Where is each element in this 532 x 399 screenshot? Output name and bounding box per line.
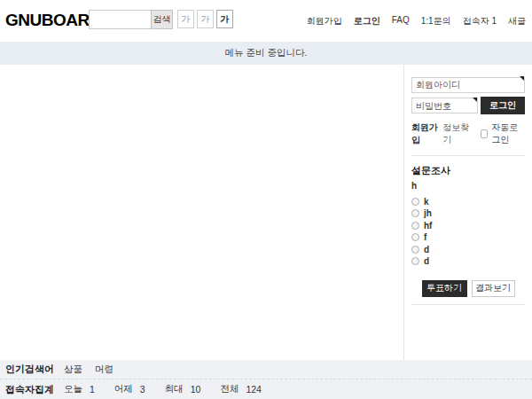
poll-option: d: [411, 255, 525, 268]
menu-faq[interactable]: FAQ: [392, 15, 410, 27]
header: GNUBOARD5 검색 가 가 가 회원가입 로그인 FAQ 1:1문의 접속…: [0, 0, 532, 42]
poll-option: f: [411, 231, 525, 244]
radio-button[interactable]: [411, 233, 419, 241]
sidebar: 로그인 회원가입 정보찾기 자동로그인 설문조사 h k: [403, 65, 532, 360]
poll-option-label[interactable]: d: [424, 256, 429, 266]
main-content: 로그인 회원가입 정보찾기 자동로그인 설문조사 h k: [0, 65, 532, 360]
poll-title: 설문조사: [411, 164, 525, 177]
search-box: 검색: [89, 10, 173, 29]
stat-label-total: 전체: [220, 383, 239, 395]
footer: 인기검색어 상품 머령 접속자집계 오늘 1 어제 3 최대 10 전체 124: [0, 360, 532, 399]
poll-option-label[interactable]: jh: [424, 208, 432, 218]
poll-option: jh: [411, 207, 525, 220]
radio-button[interactable]: [411, 257, 419, 265]
member-id-input[interactable]: [411, 77, 525, 93]
poll-option-label[interactable]: d: [424, 245, 429, 254]
poll-option-label[interactable]: hf: [424, 221, 432, 231]
stat-label-yesterday: 어제: [114, 383, 133, 395]
poll-box: 설문조사 h k jh hf: [411, 156, 525, 305]
stat-label-max: 최대: [165, 383, 184, 395]
radio-button[interactable]: [411, 209, 419, 217]
login-links: 회원가입 정보찾기 자동로그인: [411, 121, 525, 146]
poll-option-label[interactable]: f: [424, 232, 426, 242]
find-info-link[interactable]: 정보찾기: [442, 121, 469, 146]
poll-option: d: [411, 244, 525, 256]
menu-new-posts[interactable]: 새글: [508, 15, 526, 27]
search-input[interactable]: [89, 10, 151, 29]
poll-question: h: [411, 181, 525, 191]
page: GNUBOARD5 검색 가 가 가 회원가입 로그인 FAQ 1:1문의 접속…: [0, 0, 532, 399]
visitor-stats-title: 접속자집계: [5, 383, 64, 396]
poll-options: k jh hf f d: [411, 196, 525, 268]
menu-login[interactable]: 로그인: [354, 15, 380, 27]
top-menu: 회원가입 로그인 FAQ 1:1문의 접속자 1 새글: [307, 15, 526, 27]
poll-option: hf: [411, 220, 525, 232]
stat-value-yesterday: 3: [140, 384, 145, 395]
stat-value-max: 10: [191, 384, 201, 395]
vote-button[interactable]: 투표하기: [422, 280, 467, 297]
radio-button[interactable]: [411, 246, 419, 254]
password-input[interactable]: [411, 98, 478, 113]
stat-value-total: 124: [246, 384, 262, 395]
password-wrap: [411, 97, 478, 114]
auto-login-checkbox[interactable]: [481, 129, 488, 138]
login-box: 로그인 회원가입 정보찾기 자동로그인: [411, 75, 525, 156]
menu-qna[interactable]: 1:1문의: [421, 15, 451, 27]
notice-text: 메뉴 준비 중입니다.: [225, 47, 308, 59]
radio-button[interactable]: [411, 198, 419, 206]
stat-value-today: 1: [90, 384, 95, 395]
poll-option-label[interactable]: k: [424, 197, 429, 207]
input-corner-decoration: [473, 98, 477, 102]
poll-result-button[interactable]: 결과보기: [472, 280, 515, 297]
password-row: 로그인: [411, 97, 525, 114]
popular-keywords-row: 인기검색어 상품 머령: [0, 360, 532, 379]
popular-keywords-title: 인기검색어: [5, 363, 64, 376]
stat-label-today: 오늘: [64, 383, 82, 395]
member-id-wrap: [411, 75, 525, 93]
font-size-small-button[interactable]: 가: [177, 10, 194, 28]
font-size-medium-button[interactable]: 가: [197, 10, 214, 28]
visitor-stats-row: 접속자집계 오늘 1 어제 3 최대 10 전체 124: [0, 379, 532, 399]
poll-buttons: 투표하기 결과보기: [411, 280, 525, 297]
menu-register[interactable]: 회원가입: [307, 15, 342, 27]
font-size-large-button[interactable]: 가: [216, 10, 233, 28]
font-size-buttons: 가 가 가: [177, 10, 233, 28]
search-button[interactable]: 검색: [151, 10, 173, 29]
register-link[interactable]: 회원가입: [411, 121, 438, 146]
menu-visitors[interactable]: 접속자 1: [463, 15, 497, 27]
popular-keyword-link[interactable]: 상품: [64, 364, 82, 376]
login-button[interactable]: 로그인: [481, 97, 525, 114]
poll-option: k: [411, 196, 525, 208]
notice-bar: 메뉴 준비 중입니다.: [0, 42, 532, 65]
radio-button[interactable]: [411, 222, 419, 230]
auto-login-label[interactable]: 자동로그인: [491, 121, 525, 146]
popular-keyword-link[interactable]: 머령: [95, 364, 113, 376]
input-corner-decoration: [520, 76, 524, 81]
